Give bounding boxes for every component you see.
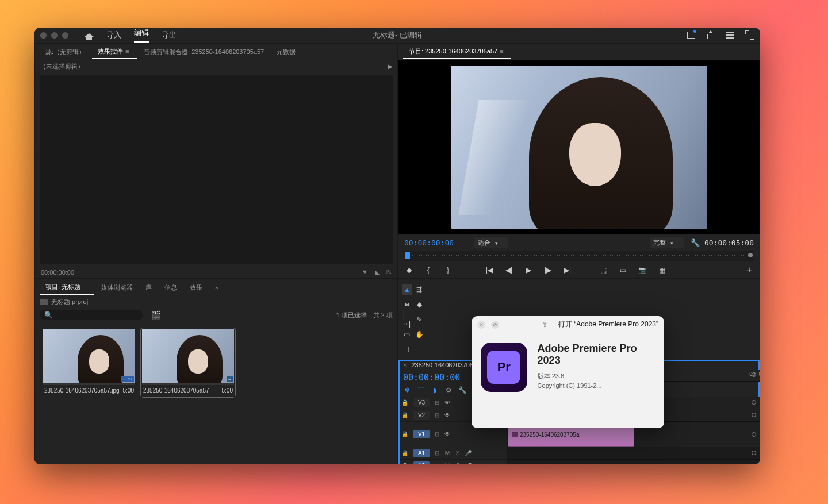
tab-program[interactable]: 节目: 235250-16406203705a57≡ xyxy=(403,45,511,59)
lock-icon[interactable]: 🔒 xyxy=(398,399,411,406)
razor-tool-icon[interactable]: ◆ xyxy=(415,299,425,310)
type-tool-icon[interactable]: T xyxy=(402,344,415,355)
nav-import[interactable]: 导入 xyxy=(106,30,121,40)
mic-icon[interactable]: 🎤 xyxy=(463,450,473,456)
about-close-icon[interactable]: ✕ xyxy=(477,321,485,329)
pen-tool-icon[interactable]: ✎ xyxy=(415,314,425,325)
extract-icon[interactable]: ▭ xyxy=(618,266,627,275)
close-dot[interactable] xyxy=(40,32,47,39)
quick-export-icon[interactable] xyxy=(687,30,696,40)
tag-icon[interactable]: ◣ xyxy=(375,268,379,276)
sync-lock-icon[interactable]: ⊟ xyxy=(432,412,442,418)
add-marker-icon[interactable]: ◆ xyxy=(404,266,413,275)
sync-lock-icon[interactable]: ⊟ xyxy=(432,399,442,406)
effect-controls-body xyxy=(40,75,393,264)
program-viewer[interactable] xyxy=(398,60,760,234)
about-help-icon[interactable]: ⊘ xyxy=(491,321,499,329)
track-a1-header[interactable]: 🔒 A1 ⊟ M S 🎤 xyxy=(398,447,507,460)
minimize-dot[interactable] xyxy=(51,32,57,39)
zoom-dot[interactable] xyxy=(62,32,68,39)
tab-overflow[interactable]: » xyxy=(209,282,224,293)
tab-library[interactable]: 库 xyxy=(140,281,158,294)
eye-icon[interactable]: 👁 xyxy=(442,412,453,418)
source-timecode: 00:00:00:00 xyxy=(41,269,74,276)
lock-icon[interactable]: 🔒 xyxy=(398,463,411,464)
mark-in-icon[interactable]: { xyxy=(424,266,433,275)
export-frame-icon[interactable]: 📷 xyxy=(638,266,647,275)
track-a2-header[interactable]: 🔒 A2 ⊟ M S 🎤 xyxy=(398,460,507,464)
clip-fx-icon xyxy=(512,432,518,437)
step-back-icon[interactable]: ◀| xyxy=(504,266,513,275)
slip-tool-icon[interactable]: |↔| xyxy=(402,314,412,325)
workspaces-icon[interactable] xyxy=(726,30,735,40)
settings-icon[interactable]: 🔧 xyxy=(691,238,700,247)
tab-effect-controls[interactable]: 效果控件≡ xyxy=(92,45,137,59)
zoom-handle-icon[interactable] xyxy=(752,451,756,455)
step-forward-icon[interactable]: |▶ xyxy=(543,266,553,275)
tab-project[interactable]: 项目: 无标题≡ xyxy=(40,280,94,295)
program-timecode-in[interactable]: 00:00:00:00 xyxy=(404,238,454,247)
zoom-handle-icon[interactable] xyxy=(752,372,756,377)
zoom-handle-icon[interactable] xyxy=(752,400,756,405)
timeline-timecode[interactable]: 00:00:00:00 xyxy=(403,372,460,383)
project-panel: 项目: 无标题≡ 媒体浏览器 库 信息 效果 » 无标题.prproj 🔍 🎬 … xyxy=(34,279,398,464)
play-icon[interactable]: ▶ xyxy=(524,266,533,275)
wrench-icon[interactable]: 🔧 xyxy=(458,386,466,394)
program-mini-timeline[interactable] xyxy=(404,251,754,261)
zoom-handle-icon[interactable] xyxy=(752,432,756,437)
lock-icon[interactable]: 🔒 xyxy=(398,431,411,437)
about-open-label[interactable]: 打开 “Adobe Premiere Pro 2023” xyxy=(558,320,658,329)
tab-effects[interactable]: 效果 xyxy=(184,281,208,294)
eye-icon[interactable]: 👁 xyxy=(442,399,453,406)
snap-icon[interactable]: ❄ xyxy=(403,386,411,394)
lock-icon[interactable]: 🔒 xyxy=(398,450,411,456)
search-field[interactable] xyxy=(55,311,139,318)
tab-source[interactable]: 源:（无剪辑） xyxy=(40,45,91,59)
sync-lock-icon[interactable]: ⊟ xyxy=(432,431,442,437)
sync-lock-icon[interactable]: ⊟ xyxy=(432,450,442,456)
tab-media-browser[interactable]: 媒体浏览器 xyxy=(95,281,139,294)
go-to-out-icon[interactable]: ▶| xyxy=(563,266,572,275)
no-clip-label: （未选择剪辑） xyxy=(40,62,84,71)
fullscreen-icon[interactable] xyxy=(745,30,754,40)
tab-audio-mixer[interactable]: 音频剪辑混合器: 235250-16406203705a57 xyxy=(138,45,270,59)
zoom-handle-icon[interactable] xyxy=(752,413,756,417)
nav-export[interactable]: 导出 xyxy=(162,30,177,40)
close-sequence-icon[interactable]: × xyxy=(403,361,407,368)
lift-icon[interactable]: ⬚ xyxy=(599,266,608,275)
project-item-0[interactable]: JPG 235250-16406203705a57.jpg5:00 xyxy=(43,329,135,396)
track-select-tool-icon[interactable]: ⇶ xyxy=(415,284,425,295)
linked-selection-icon[interactable]: ⌒ xyxy=(417,386,425,394)
zoom-dropdown[interactable]: 适合 xyxy=(474,237,508,248)
tab-info[interactable]: 信息 xyxy=(159,281,183,294)
button-editor-icon[interactable]: + xyxy=(745,266,754,275)
project-item-1[interactable]: ≡ 235250-16406203705a575:00 xyxy=(142,329,234,396)
eye-icon[interactable]: 👁 xyxy=(442,431,453,437)
go-to-in-icon[interactable]: |◀ xyxy=(485,266,494,275)
search-icon: 🔍 xyxy=(44,311,53,319)
ripple-tool-icon[interactable]: ⇔ xyxy=(402,299,412,310)
mic-icon[interactable]: 🎤 xyxy=(463,463,473,464)
lock-icon[interactable]: 🔒 xyxy=(398,412,411,418)
share-icon[interactable] xyxy=(706,30,715,40)
sync-lock-icon[interactable]: ⊟ xyxy=(432,463,442,464)
settings-icon[interactable]: ⚙ xyxy=(444,386,453,394)
tab-metadata[interactable]: 元数据 xyxy=(271,45,301,59)
disclosure-icon[interactable]: ▶ xyxy=(388,63,393,70)
home-icon[interactable] xyxy=(85,31,94,39)
mark-out-icon[interactable]: } xyxy=(443,266,453,275)
filter-icon[interactable]: ▼ xyxy=(362,268,368,276)
traffic-lights xyxy=(40,32,68,39)
quality-dropdown[interactable]: 完整 xyxy=(650,237,684,248)
marker-icon[interactable]: ◗ xyxy=(431,386,439,394)
export-frame-icon[interactable]: ⇱ xyxy=(386,268,392,276)
rectangle-tool-icon[interactable]: ▭ xyxy=(402,329,412,340)
nav-edit[interactable]: 编辑 xyxy=(134,28,149,43)
search-input[interactable]: 🔍 xyxy=(40,310,143,320)
video-frame xyxy=(451,66,707,229)
selection-tool-icon[interactable]: ▲ xyxy=(402,284,412,295)
comparison-icon[interactable]: ▦ xyxy=(657,266,666,275)
hand-tool-icon[interactable]: ✋ xyxy=(415,329,425,340)
about-share-icon[interactable]: ⇪ xyxy=(542,320,548,329)
new-bin-icon[interactable]: 🎬 xyxy=(151,310,161,320)
